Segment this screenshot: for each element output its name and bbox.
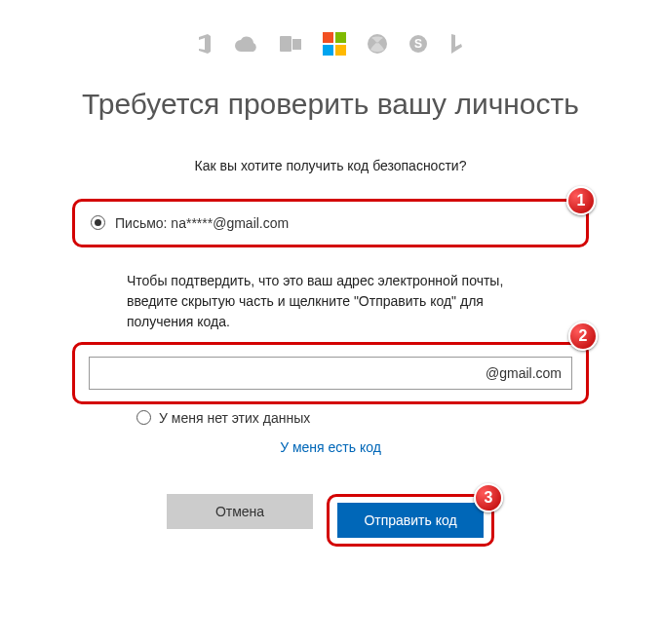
submit-button-highlight: 3 Отправить код [327, 494, 494, 547]
svg-text:S: S [414, 37, 422, 51]
annotation-badge-1: 1 [566, 186, 596, 215]
xbox-icon [368, 34, 387, 54]
page-title: Требуется проверить вашу личность [68, 86, 593, 123]
skype-icon: S [408, 34, 428, 54]
radio-indicator-checked [91, 215, 105, 230]
email-input-highlight: 2 [72, 342, 589, 404]
radio-indicator-unchecked [136, 410, 151, 425]
brand-icon-row: S [68, 29, 593, 58]
cancel-button[interactable]: Отмена [167, 494, 313, 529]
email-option-highlight: 1 Письмо: na*****@gmail.com [72, 199, 589, 247]
no-data-radio-option[interactable]: У меня нет этих данных [136, 410, 593, 426]
hidden-email-input[interactable] [89, 357, 572, 390]
bing-icon [449, 34, 465, 54]
microsoft-logo [323, 32, 346, 56]
onedrive-icon [235, 36, 258, 52]
annotation-badge-3: 3 [474, 483, 503, 512]
security-code-prompt: Как вы хотите получить код безопасности? [68, 158, 593, 173]
email-option-label: Письмо: na*****@gmail.com [115, 215, 289, 231]
email-radio-option[interactable]: Письмо: na*****@gmail.com [91, 215, 570, 231]
office-icon [196, 34, 214, 54]
verification-instructions: Чтобы подтвердить, что это ваш адрес эле… [127, 271, 554, 332]
svg-rect-1 [292, 39, 301, 50]
annotation-badge-2: 2 [568, 322, 598, 351]
submit-button[interactable]: Отправить код [337, 503, 484, 538]
have-code-link[interactable]: У меня есть код [68, 439, 593, 455]
outlook-icon [280, 34, 301, 54]
svg-rect-0 [280, 36, 292, 52]
no-data-label: У меня нет этих данных [159, 410, 310, 426]
